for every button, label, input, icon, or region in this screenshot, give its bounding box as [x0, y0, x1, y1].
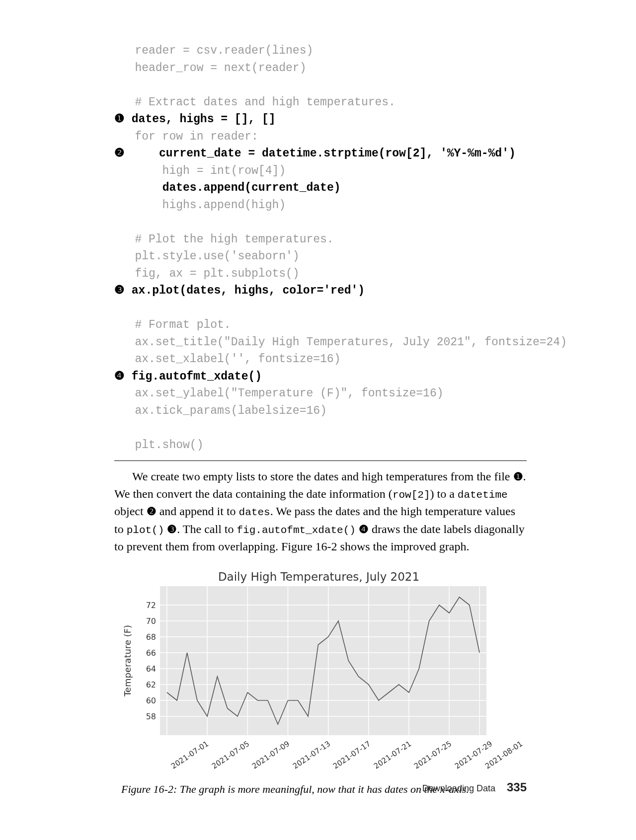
- inline-callout-4: ❹: [359, 523, 369, 535]
- body-paragraph: We create two empty lists to store the d…: [114, 468, 527, 555]
- page-number: 335: [507, 780, 527, 794]
- callout-2: ❷: [114, 147, 132, 160]
- inline-code: row[2]: [393, 489, 430, 501]
- footer-section: Downloading Data: [422, 783, 495, 793]
- inline-callout-1: ❶: [513, 470, 523, 483]
- x-axis-ticks: 2021-07-012021-07-052021-07-092021-07-13…: [160, 735, 486, 770]
- code-line-emph: dates, highs = [], []: [132, 113, 276, 126]
- inline-code: dates: [239, 507, 270, 518]
- code-line: plt.show(): [114, 439, 203, 452]
- x-tick-label: 2021-07-21: [372, 739, 413, 771]
- para-text: and append it to: [157, 505, 239, 518]
- code-line-emph: dates.append(current_date): [162, 181, 341, 194]
- callout-3: ❸: [114, 284, 132, 297]
- figure-16-2: Daily High Temperatures, July 2021 Tempe…: [121, 570, 486, 796]
- chart-title: Daily High Temperatures, July 2021: [151, 570, 486, 583]
- code-line: high = int(row[4]): [114, 164, 286, 177]
- x-tick-label: 2021-07-13: [291, 739, 332, 771]
- callout-4: ❹: [114, 370, 132, 383]
- code-line: fig, ax = plt.subplots(): [114, 267, 300, 280]
- page-footer: Downloading Data 335: [422, 780, 527, 794]
- code-line: highs.append(high): [114, 199, 286, 212]
- code-line: # Format plot.: [114, 318, 231, 331]
- code-line: ax.tick_params(labelsize=16): [114, 404, 327, 417]
- code-line: reader = csv.reader(lines): [114, 44, 313, 57]
- y-tick-label: 70: [146, 616, 156, 625]
- para-text: We create two empty lists to store the d…: [132, 470, 513, 483]
- code-line: ax.set_title("Daily High Temperatures, J…: [114, 336, 567, 349]
- inline-code: fig.autofmt_xdate(): [237, 525, 355, 536]
- code-line: plt.style.use('seaborn'): [114, 250, 300, 263]
- code-line: ax.set_xlabel('', fontsize=16): [114, 353, 340, 366]
- code-line: [114, 181, 162, 194]
- inline-code: plot(): [127, 525, 164, 536]
- y-tick-label: 58: [146, 711, 156, 721]
- code-line: # Extract dates and high temperatures.: [114, 96, 396, 109]
- y-tick-label: 60: [146, 695, 156, 705]
- y-axis-label: Temperature (F): [122, 625, 133, 696]
- x-tick-label: 2021-07-25: [412, 739, 453, 771]
- y-tick-label: 72: [146, 600, 156, 610]
- code-line: for row in reader:: [114, 130, 258, 143]
- code-line: header_row = next(reader): [114, 62, 306, 75]
- callout-1: ❶: [114, 113, 132, 126]
- y-tick-label: 64: [146, 664, 156, 673]
- para-text: . The call to: [177, 523, 237, 535]
- inline-code: datetime: [458, 489, 508, 501]
- y-tick-label: 62: [146, 680, 156, 689]
- code-line-emph: fig.autofmt_xdate(): [132, 370, 262, 383]
- x-tick-label: 2021-07-01: [169, 739, 210, 771]
- x-tick-label: 2021-07-05: [210, 739, 250, 771]
- code-line-emph: ax.plot(dates, highs, color='red'): [132, 284, 365, 297]
- inline-callout-2: ❷: [147, 505, 157, 518]
- x-tick-label: 2021-07-09: [250, 739, 291, 771]
- code-line: # Plot the high temperatures.: [114, 233, 334, 246]
- code-line: ax.set_ylabel("Temperature (F)", fontsiz…: [114, 387, 444, 400]
- x-tick-label: 2021-07-17: [331, 739, 372, 771]
- y-axis-ticks: 5860626466687072: [135, 586, 158, 735]
- code-listing: reader = csv.reader(lines) header_row = …: [114, 42, 527, 461]
- y-tick-label: 66: [146, 648, 156, 657]
- code-line-emph: current_date = datetime.strptime(row[2],…: [132, 147, 516, 160]
- chart-svg: [160, 586, 486, 735]
- inline-callout-3: ❸: [167, 523, 177, 535]
- plot-area: [160, 586, 486, 735]
- para-text: object: [114, 505, 147, 518]
- para-text: ) to a: [430, 487, 458, 500]
- y-tick-label: 68: [146, 632, 156, 641]
